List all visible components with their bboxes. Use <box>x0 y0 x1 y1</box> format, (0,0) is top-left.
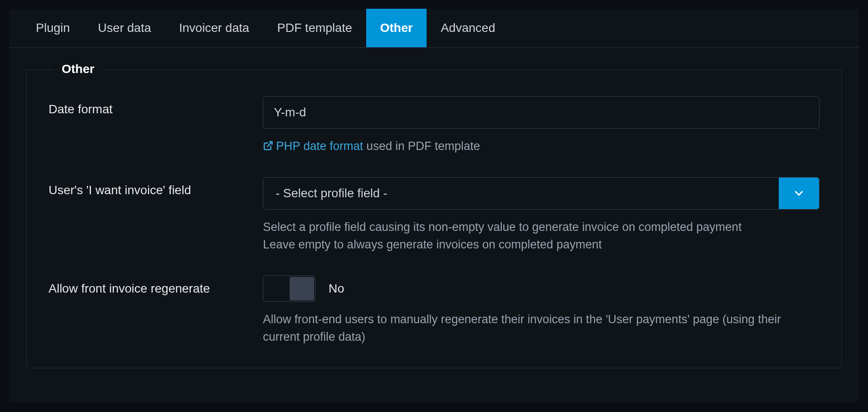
help-want-invoice: Select a profile field causing its non-e… <box>263 218 819 254</box>
label-want-invoice: User's 'I want invoice' field <box>49 177 263 254</box>
help-date-format: PHP date format used in PDF template <box>263 137 819 155</box>
tab-invoicer-data[interactable]: Invoicer data <box>165 9 263 47</box>
tab-plugin[interactable]: Plugin <box>22 9 84 47</box>
chevron-down-icon <box>792 187 805 200</box>
label-allow-regenerate: Allow front invoice regenerate <box>49 276 263 346</box>
link-php-date-format[interactable]: PHP date format <box>263 140 363 153</box>
select-arrow-button[interactable] <box>779 178 819 209</box>
toggle-state-label: No <box>329 282 344 296</box>
row-date-format: Date format PHP date format used in PDF … <box>49 96 819 155</box>
row-want-invoice: User's 'I want invoice' field - Select p… <box>49 177 819 254</box>
toggle-allow-regenerate[interactable] <box>263 276 315 302</box>
select-profile-field-value: - Select profile field - <box>263 178 779 209</box>
external-link-icon <box>263 140 273 151</box>
tabs-bar: Plugin User data Invoicer data PDF templ… <box>9 9 859 48</box>
tab-pdf-template[interactable]: PDF template <box>263 9 366 47</box>
tab-user-data[interactable]: User data <box>84 9 165 47</box>
help-date-format-suffix: used in PDF template <box>363 140 480 153</box>
tab-advanced[interactable]: Advanced <box>427 9 509 47</box>
help-want-invoice-line2: Leave empty to always generate invoices … <box>263 236 819 254</box>
section-title: Other <box>53 62 103 76</box>
help-allow-regenerate: Allow front-end users to manually regene… <box>263 311 819 346</box>
help-want-invoice-line1: Select a profile field causing its non-e… <box>263 218 819 236</box>
other-fieldset: Other Date format PHP date format used i… <box>26 70 842 368</box>
link-text-php-date: PHP date format <box>276 140 363 153</box>
input-date-format[interactable] <box>263 96 819 129</box>
select-profile-field[interactable]: - Select profile field - <box>263 177 819 209</box>
svg-line-0 <box>267 142 272 147</box>
tab-other[interactable]: Other <box>366 9 427 47</box>
label-date-format: Date format <box>49 96 263 155</box>
toggle-handle <box>290 277 314 300</box>
row-allow-regenerate: Allow front invoice regenerate No Allow … <box>49 276 819 346</box>
